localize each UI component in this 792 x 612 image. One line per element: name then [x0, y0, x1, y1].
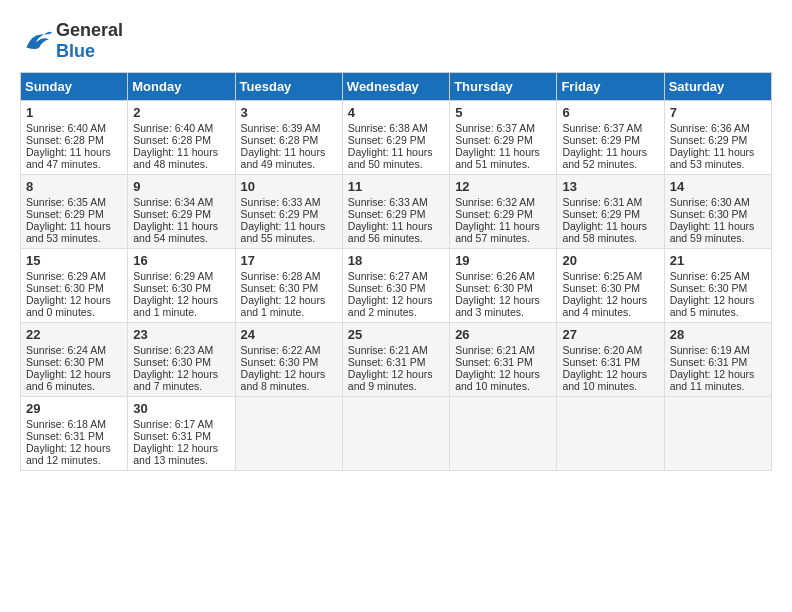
weekday-header-tuesday: Tuesday: [235, 73, 342, 101]
calendar-cell: 4Sunrise: 6:38 AMSunset: 6:29 PMDaylight…: [342, 101, 449, 175]
cell-text: and 51 minutes.: [455, 158, 551, 170]
cell-text: Sunset: 6:31 PM: [26, 430, 122, 442]
weekday-header-thursday: Thursday: [450, 73, 557, 101]
cell-text: Sunset: 6:31 PM: [670, 356, 766, 368]
cell-text: Daylight: 11 hours: [133, 220, 229, 232]
cell-text: Daylight: 12 hours: [348, 294, 444, 306]
calendar-cell: 26Sunrise: 6:21 AMSunset: 6:31 PMDayligh…: [450, 323, 557, 397]
day-number: 9: [133, 179, 229, 194]
weekday-header-monday: Monday: [128, 73, 235, 101]
cell-text: Sunrise: 6:25 AM: [562, 270, 658, 282]
cell-text: Daylight: 12 hours: [26, 294, 122, 306]
calendar-cell: 29Sunrise: 6:18 AMSunset: 6:31 PMDayligh…: [21, 397, 128, 471]
logo: General Blue: [20, 20, 123, 62]
day-number: 24: [241, 327, 337, 342]
cell-text: and 53 minutes.: [26, 232, 122, 244]
cell-text: and 11 minutes.: [670, 380, 766, 392]
cell-text: Sunset: 6:29 PM: [133, 208, 229, 220]
cell-text: and 13 minutes.: [133, 454, 229, 466]
calendar-cell: [450, 397, 557, 471]
cell-text: Sunrise: 6:29 AM: [26, 270, 122, 282]
cell-text: Daylight: 12 hours: [241, 368, 337, 380]
cell-text: Sunset: 6:29 PM: [562, 134, 658, 146]
cell-text: Sunset: 6:29 PM: [455, 134, 551, 146]
calendar-cell: 1Sunrise: 6:40 AMSunset: 6:28 PMDaylight…: [21, 101, 128, 175]
cell-text: and 49 minutes.: [241, 158, 337, 170]
cell-text: and 9 minutes.: [348, 380, 444, 392]
cell-text: and 8 minutes.: [241, 380, 337, 392]
cell-text: Daylight: 12 hours: [348, 368, 444, 380]
cell-text: Sunrise: 6:30 AM: [670, 196, 766, 208]
calendar-cell: 3Sunrise: 6:39 AMSunset: 6:28 PMDaylight…: [235, 101, 342, 175]
calendar-cell: 19Sunrise: 6:26 AMSunset: 6:30 PMDayligh…: [450, 249, 557, 323]
calendar-cell: 17Sunrise: 6:28 AMSunset: 6:30 PMDayligh…: [235, 249, 342, 323]
cell-text: Sunset: 6:29 PM: [670, 134, 766, 146]
day-number: 18: [348, 253, 444, 268]
cell-text: Sunset: 6:29 PM: [455, 208, 551, 220]
cell-text: and 54 minutes.: [133, 232, 229, 244]
cell-text: Sunrise: 6:37 AM: [562, 122, 658, 134]
cell-text: Sunrise: 6:26 AM: [455, 270, 551, 282]
day-number: 1: [26, 105, 122, 120]
calendar-cell: 9Sunrise: 6:34 AMSunset: 6:29 PMDaylight…: [128, 175, 235, 249]
calendar-cell: 8Sunrise: 6:35 AMSunset: 6:29 PMDaylight…: [21, 175, 128, 249]
cell-text: Sunset: 6:28 PM: [241, 134, 337, 146]
cell-text: and 6 minutes.: [26, 380, 122, 392]
calendar-cell: 16Sunrise: 6:29 AMSunset: 6:30 PMDayligh…: [128, 249, 235, 323]
cell-text: and 5 minutes.: [670, 306, 766, 318]
cell-text: Sunset: 6:30 PM: [562, 282, 658, 294]
calendar-week-row: 15Sunrise: 6:29 AMSunset: 6:30 PMDayligh…: [21, 249, 772, 323]
cell-text: and 55 minutes.: [241, 232, 337, 244]
calendar-cell: 13Sunrise: 6:31 AMSunset: 6:29 PMDayligh…: [557, 175, 664, 249]
calendar-cell: 20Sunrise: 6:25 AMSunset: 6:30 PMDayligh…: [557, 249, 664, 323]
weekday-header-wednesday: Wednesday: [342, 73, 449, 101]
cell-text: Daylight: 11 hours: [133, 146, 229, 158]
day-number: 28: [670, 327, 766, 342]
page-header: General Blue: [20, 20, 772, 62]
cell-text: and 2 minutes.: [348, 306, 444, 318]
calendar-cell: [235, 397, 342, 471]
day-number: 8: [26, 179, 122, 194]
calendar-cell: 2Sunrise: 6:40 AMSunset: 6:28 PMDaylight…: [128, 101, 235, 175]
day-number: 27: [562, 327, 658, 342]
calendar-week-row: 1Sunrise: 6:40 AMSunset: 6:28 PMDaylight…: [21, 101, 772, 175]
cell-text: Sunset: 6:31 PM: [348, 356, 444, 368]
day-number: 15: [26, 253, 122, 268]
cell-text: Daylight: 11 hours: [26, 220, 122, 232]
cell-text: Daylight: 11 hours: [455, 146, 551, 158]
cell-text: and 4 minutes.: [562, 306, 658, 318]
calendar-cell: 15Sunrise: 6:29 AMSunset: 6:30 PMDayligh…: [21, 249, 128, 323]
cell-text: Daylight: 11 hours: [348, 220, 444, 232]
cell-text: and 12 minutes.: [26, 454, 122, 466]
cell-text: Sunrise: 6:36 AM: [670, 122, 766, 134]
cell-text: Daylight: 12 hours: [455, 294, 551, 306]
cell-text: Sunrise: 6:31 AM: [562, 196, 658, 208]
cell-text: Sunset: 6:31 PM: [133, 430, 229, 442]
cell-text: Sunset: 6:30 PM: [241, 282, 337, 294]
cell-text: and 10 minutes.: [455, 380, 551, 392]
cell-text: Sunset: 6:31 PM: [455, 356, 551, 368]
cell-text: Daylight: 11 hours: [455, 220, 551, 232]
cell-text: and 1 minute.: [241, 306, 337, 318]
calendar-cell: 10Sunrise: 6:33 AMSunset: 6:29 PMDayligh…: [235, 175, 342, 249]
cell-text: Daylight: 11 hours: [670, 220, 766, 232]
cell-text: Daylight: 11 hours: [241, 146, 337, 158]
cell-text: Sunset: 6:29 PM: [348, 208, 444, 220]
cell-text: and 0 minutes.: [26, 306, 122, 318]
day-number: 10: [241, 179, 337, 194]
cell-text: Sunset: 6:30 PM: [133, 356, 229, 368]
day-number: 11: [348, 179, 444, 194]
cell-text: Daylight: 12 hours: [241, 294, 337, 306]
cell-text: Daylight: 12 hours: [562, 368, 658, 380]
cell-text: Sunrise: 6:20 AM: [562, 344, 658, 356]
cell-text: Sunset: 6:30 PM: [133, 282, 229, 294]
day-number: 2: [133, 105, 229, 120]
cell-text: and 59 minutes.: [670, 232, 766, 244]
cell-text: Sunset: 6:30 PM: [26, 282, 122, 294]
cell-text: Sunrise: 6:33 AM: [348, 196, 444, 208]
cell-text: Daylight: 11 hours: [670, 146, 766, 158]
cell-text: and 56 minutes.: [348, 232, 444, 244]
day-number: 30: [133, 401, 229, 416]
calendar-cell: 23Sunrise: 6:23 AMSunset: 6:30 PMDayligh…: [128, 323, 235, 397]
cell-text: Sunset: 6:28 PM: [26, 134, 122, 146]
